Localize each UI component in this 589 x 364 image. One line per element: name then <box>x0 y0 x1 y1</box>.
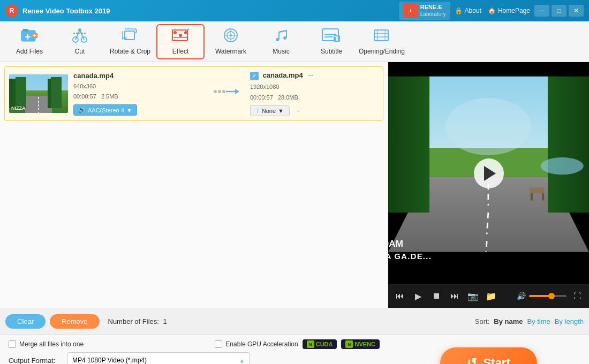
start-label: Start <box>483 356 510 364</box>
audio-icon: 🔊 <box>78 107 86 113</box>
volume-thumb <box>548 293 555 299</box>
folder-button[interactable]: 📁 <box>484 289 499 304</box>
toolbar-music[interactable]: Music <box>257 24 305 59</box>
play-button[interactable] <box>474 158 504 188</box>
svg-point-27 <box>283 36 286 40</box>
gpu-acceleration-checkbox[interactable]: Enable GPU Acceleration <box>215 340 298 348</box>
format-select-wrapper: MP4 1080P Video (*.mp4) ▲ <box>67 352 157 364</box>
main-toolbar: Add Files Cut <box>0 21 589 62</box>
audio-select-button[interactable]: 🔊 AAC(Stereo 4 ▼ <box>73 104 137 116</box>
svg-point-61 <box>445 98 532 155</box>
file-count-text: Number of Files: <box>108 317 159 325</box>
video-controls: ⏮ ▶ ⏹ ⏭ 📷 📁 🔊 ⛶ <box>388 284 589 308</box>
input-file-name: canada.mp4 <box>73 72 202 80</box>
input-file-info: canada.mp4 640x360 00:00:57 2.5MB 🔊 AAC(… <box>73 72 202 116</box>
svg-rect-35 <box>374 30 388 41</box>
gpu-label: Enable GPU Acceleration <box>225 340 298 348</box>
input-duration: 00:00:57 <box>73 93 96 100</box>
file-count-label: Number of Files: 1 <box>108 317 167 325</box>
sort-by-length-button[interactable]: By length <box>555 317 584 325</box>
watermark-label: Watermark <box>215 48 246 55</box>
preview-area: 11:30AM NIZZA GA.DE... ⏮ ▶ ⏹ ⏭ 📷 📁 🔊 <box>388 62 589 308</box>
settings-container: Merge all files into one Enable GPU Acce… <box>0 335 589 364</box>
clear-button[interactable]: Clear <box>5 314 46 329</box>
subtitle-icon: T <box>322 28 341 46</box>
svg-rect-64 <box>542 193 544 200</box>
toolbar-add-files[interactable]: Add Files <box>5 24 54 59</box>
file-thumbnail: NIZZA <box>9 74 68 113</box>
audio-dropdown-icon: ▼ <box>126 107 132 113</box>
effect-label: Effect <box>172 48 188 55</box>
subtitle-label: Subtitle <box>321 48 342 55</box>
svg-rect-59 <box>388 62 429 213</box>
svg-marker-52 <box>235 89 239 94</box>
toolbar-effect[interactable]: ✦ Effect <box>156 24 205 59</box>
sort-by-name-button[interactable]: By name <box>494 317 523 325</box>
svg-point-49 <box>218 90 221 93</box>
svg-text:NIZZA GA.DE...: NIZZA GA.DE... <box>388 252 432 261</box>
rotate-crop-label: Rotate & Crop <box>110 48 150 55</box>
about-label: About <box>465 7 481 14</box>
svg-point-48 <box>214 90 217 93</box>
rotate-crop-icon <box>122 28 139 46</box>
merge-files-checkbox[interactable]: Merge all files into one <box>9 340 84 348</box>
file-list-area: NIZZA canada.mp4 640x360 00:00:57 2.5MB … <box>0 62 388 308</box>
svg-rect-44 <box>16 77 26 108</box>
input-resolution: 640x360 <box>73 81 202 92</box>
sort-section: Sort: By name By time By length <box>475 317 584 325</box>
stop-button[interactable]: ⏹ <box>429 289 444 304</box>
toolbar-subtitle[interactable]: T Subtitle <box>307 24 356 59</box>
subtitle-select-button[interactable]: T None ▼ <box>250 105 290 116</box>
brand-logo: + RENE.E Laboratory <box>399 2 450 20</box>
bottom-toolbar: Clear Remove Number of Files: 1 Sort: By… <box>0 308 589 335</box>
output-resolution: 1920x1080 <box>250 82 379 93</box>
remove-button[interactable]: Remove <box>50 314 99 329</box>
homepage-link[interactable]: 🏠 HomePage <box>488 7 530 14</box>
nvenc-badge: N NVENC <box>341 339 380 349</box>
svg-text:11:30AM: 11:30AM <box>388 238 403 249</box>
sort-by-time-button[interactable]: By time <box>527 317 550 325</box>
svg-point-11 <box>78 28 81 32</box>
svg-rect-46 <box>51 77 62 108</box>
output-duration-size: 00:00:57 28.0MB <box>250 93 379 103</box>
snapshot-button[interactable]: 📷 <box>465 289 480 304</box>
output-duration: 00:00:57 <box>250 94 273 101</box>
start-button[interactable]: ↺ Start <box>440 347 537 364</box>
output-format-select[interactable]: MP4 1080P Video (*.mp4) ▲ <box>67 352 250 364</box>
close-button[interactable]: ✕ <box>569 5 584 17</box>
cuda-icon: N <box>307 340 314 348</box>
homepage-label: HomePage <box>498 7 530 14</box>
toolbar-cut[interactable]: Cut <box>56 24 104 59</box>
skip-end-button[interactable]: ⏭ <box>447 289 462 304</box>
titlebar-right: + RENE.E Laboratory 🔒 About 🏠 HomePage ─ <box>399 2 584 20</box>
play-pause-button[interactable]: ▶ <box>411 289 426 304</box>
about-link[interactable]: 🔒 About <box>455 7 481 14</box>
skip-start-button[interactable]: ⏮ <box>392 289 407 304</box>
maximize-button[interactable]: □ <box>552 5 567 17</box>
output-size: 28.0MB <box>278 94 298 101</box>
toolbar-watermark[interactable]: Watermark <box>207 24 255 59</box>
toolbar-opening-ending[interactable]: Opening/Ending <box>358 24 406 59</box>
main-content: NIZZA canada.mp4 640x360 00:00:57 2.5MB … <box>0 62 589 308</box>
cut-label: Cut <box>75 48 85 55</box>
output-badge: ✓ <box>250 72 259 80</box>
minimize-button[interactable]: ─ <box>534 5 549 17</box>
output-file-name: ✓ canada.mp4 ··· <box>250 71 379 80</box>
volume-slider[interactable] <box>529 295 567 297</box>
output-options-icon: ··· <box>308 72 313 79</box>
fullscreen-button[interactable]: ⛶ <box>570 289 585 304</box>
nvenc-label: NVENC <box>354 341 375 347</box>
nav-links: 🔒 About 🏠 HomePage <box>455 7 530 14</box>
sort-label: Sort: <box>475 317 489 325</box>
output-format-row: Output Format: MP4 1080P Video (*.mp4) ▲… <box>9 352 380 364</box>
logo-text: R <box>10 7 14 14</box>
effect-icon: ✦ <box>172 28 189 46</box>
subtitle-dropdown-icon: ▼ <box>278 108 284 114</box>
toolbar-rotate-crop[interactable]: Rotate & Crop <box>106 24 154 59</box>
svg-rect-63 <box>531 193 533 200</box>
app-title: Renee Video Toolbox 2019 <box>22 7 110 15</box>
opening-ending-icon <box>373 28 390 46</box>
input-duration-size: 00:00:57 2.5MB <box>73 92 202 102</box>
add-files-icon <box>21 28 38 46</box>
output-dash: - <box>297 107 300 115</box>
